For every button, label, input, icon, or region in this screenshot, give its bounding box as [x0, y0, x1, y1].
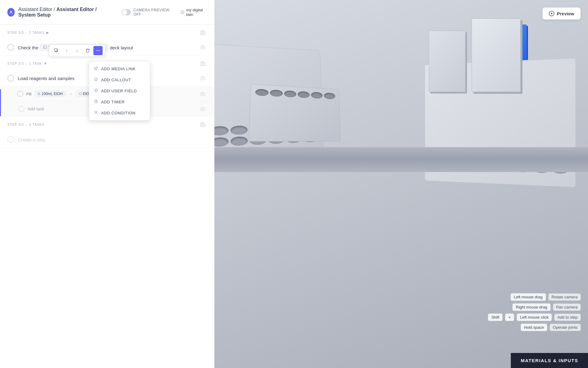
chip-icon — [43, 45, 47, 49]
steps-content: STEP 1/3 -- 2 TASKS ▶ Check the — [0, 25, 214, 368]
step-section-3: STEP 3/3 -- 0 TASKS Create a step — [0, 117, 214, 148]
well-2 — [230, 125, 248, 135]
step-1-camera-btn[interactable] — [198, 28, 207, 37]
camera-toggle[interactable]: CAMERA PREVIEW: OFF — [122, 8, 172, 17]
fill-task-row: Fill 100mL EtOH → EtOH Trough — [0, 86, 214, 101]
operate-joints-action: Operate joints — [550, 324, 581, 331]
camera-icon-5 — [200, 107, 205, 111]
svg-rect-5 — [43, 46, 47, 48]
add-callout-item[interactable]: ADD CALLOUT — [89, 74, 150, 85]
camera-preview-toggle[interactable] — [122, 9, 131, 15]
materials-inputs-bar[interactable]: MATERIALS & INPUTS — [511, 353, 588, 368]
create-step-label: Create a step — [18, 137, 45, 142]
camera-icon — [200, 30, 205, 35]
b-well-3 — [284, 90, 296, 98]
svg-point-8 — [202, 47, 204, 48]
svg-point-20 — [98, 50, 98, 51]
step-2-arrow: ▼ — [44, 62, 47, 65]
task-1-camera[interactable] — [198, 43, 207, 52]
svg-rect-3 — [200, 31, 205, 35]
header-bar: Assistant Editor / Assistant Editor / Sy… — [0, 0, 214, 25]
add-user-field-label: ADD USER FIELD — [101, 89, 137, 93]
add-condition-item[interactable]: ADD CONDITION — [89, 107, 150, 118]
condition-icon — [94, 110, 98, 115]
control-row-shift-click: Shift + Left mouse click Add to step — [488, 313, 581, 321]
fill-amount[interactable]: 100mL EtOH — [35, 91, 66, 97]
materials-inputs-label: MATERIALS & INPUTS — [521, 358, 578, 363]
task-1-checkbox[interactable] — [7, 44, 14, 51]
more-options-btn[interactable] — [93, 46, 103, 55]
preview-button[interactable]: Preview — [542, 7, 581, 20]
add-user-field-item[interactable]: ADD USER FIELD — [89, 85, 150, 96]
more-options-icon — [96, 48, 100, 53]
svg-point-22 — [95, 89, 97, 92]
step-2-camera-btn[interactable] — [198, 59, 207, 68]
add-task-circle — [18, 106, 24, 112]
task-toolbar: ↑ ↓ — [49, 44, 105, 57]
delete-icon — [86, 48, 90, 53]
step-3-label: STEP 3/3 -- 0 TASKS — [7, 123, 44, 126]
svg-rect-25 — [201, 108, 205, 111]
duplicate-btn[interactable] — [52, 46, 61, 55]
add-task-label: Add task — [28, 106, 44, 111]
svg-rect-11 — [201, 77, 205, 80]
track-rail — [214, 147, 588, 172]
step-2-label: STEP 2/3 -- 1 TASK — [7, 62, 42, 65]
task-2-checkbox[interactable] — [7, 75, 14, 82]
hold-space-key: Hold space — [521, 324, 547, 331]
timer-icon — [94, 99, 98, 104]
pan-camera-action: Pan camera — [553, 304, 581, 311]
trough-icon — [79, 92, 82, 95]
equipment-tall — [429, 31, 466, 92]
fill-task-camera[interactable] — [198, 90, 207, 98]
b-well-5 — [311, 92, 323, 99]
svg-point-4 — [202, 32, 204, 34]
move-down-btn[interactable]: ↓ — [73, 46, 82, 55]
b-well-2 — [270, 90, 283, 97]
digital-twin-label: my digital twin — [186, 8, 207, 17]
arrow-separator: → — [69, 91, 73, 96]
right-drag-key: Right mouse drag — [512, 303, 551, 311]
step-3-camera-btn[interactable] — [198, 120, 207, 129]
move-up-btn[interactable]: ↑ — [62, 46, 71, 55]
svg-point-19 — [96, 50, 97, 51]
svg-rect-15 — [201, 93, 205, 96]
duplicate-icon — [54, 48, 58, 53]
add-task-camera[interactable] — [198, 105, 207, 113]
digital-twin-link[interactable]: my digital twin — [181, 8, 207, 17]
digital-twin-icon — [181, 10, 184, 14]
b-well-1 — [255, 89, 268, 96]
task-1: Check the Tecan Fluent 480 with extensio… — [0, 39, 214, 55]
create-step-row[interactable]: Create a step — [0, 131, 214, 148]
control-row-left-drag: Left mouse drag Rotate camera — [488, 293, 581, 301]
add-callout-label: ADD CALLOUT — [101, 78, 131, 82]
create-step-checkbox[interactable] — [7, 136, 14, 143]
add-media-link-item[interactable]: ADD MEDIA LINK — [89, 63, 150, 74]
svg-rect-7 — [201, 46, 205, 49]
svg-point-21 — [99, 50, 100, 51]
preview-icon — [549, 11, 554, 16]
shift-key: Shift — [488, 313, 503, 321]
assistant-icon — [7, 8, 15, 17]
svg-rect-18 — [55, 49, 57, 51]
step-section-2: STEP 2/3 -- 1 TASK ▼ Load reagents and s… — [0, 56, 214, 117]
b-well-4 — [298, 91, 310, 98]
dropdown-menu: ADD MEDIA LINK ADD CALLOUT — [89, 61, 150, 121]
task-2-camera[interactable] — [198, 74, 207, 82]
add-to-step-action: Add to step — [554, 314, 581, 321]
camera-icon-sm — [200, 45, 205, 49]
controls-overlay: Left mouse drag Rotate camera Right mous… — [488, 293, 581, 331]
svg-point-16 — [202, 94, 204, 95]
add-media-link-label: ADD MEDIA LINK — [101, 67, 136, 71]
step-1-arrow: ▶ — [46, 31, 49, 35]
left-panel: Assistant Editor / Assistant Editor / Sy… — [0, 0, 214, 368]
right-panel: Preview Left mouse drag Rotate camera Ri… — [214, 0, 588, 368]
step-1-header: STEP 1/3 -- 2 TASKS ▶ — [0, 25, 214, 39]
add-timer-item[interactable]: ADD TIMER — [89, 96, 150, 107]
svg-rect-9 — [200, 62, 205, 66]
camera-icon-4 — [200, 92, 205, 96]
user-field-icon — [94, 88, 98, 93]
well-8 — [230, 136, 248, 146]
delete-btn[interactable] — [83, 46, 92, 55]
fill-checkbox[interactable] — [17, 91, 23, 97]
